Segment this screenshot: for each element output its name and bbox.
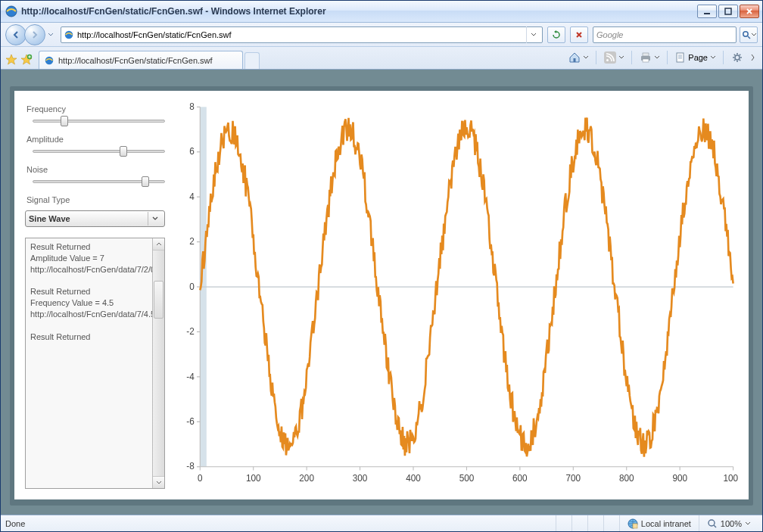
print-button[interactable]: [637, 49, 662, 66]
svg-text:-4: -4: [186, 371, 194, 382]
svg-text:-8: -8: [186, 461, 194, 472]
svg-text:700: 700: [566, 473, 581, 484]
page-menu-label: Page: [688, 53, 708, 62]
svg-text:500: 500: [459, 473, 475, 484]
svg-text:900: 900: [672, 473, 687, 484]
svg-text:-2: -2: [186, 325, 194, 337]
scroll-track[interactable]: [153, 250, 164, 476]
title-bar: http://localhost/FcnGen/static/FcnGen.sw…: [1, 1, 762, 23]
signal-type-combo[interactable]: Sine Wave: [25, 210, 165, 227]
stage-shadow: Frequency Amplitude Noise Signal Type Si…: [10, 86, 753, 506]
svg-rect-8: [574, 58, 576, 62]
svg-text:6: 6: [189, 146, 195, 157]
svg-text:8: 8: [189, 101, 195, 112]
svg-text:800: 800: [619, 473, 634, 484]
address-bar[interactable]: http://localhost/FcnGen/static/FcnGen.sw…: [61, 26, 543, 43]
page-icon: [675, 52, 686, 63]
frequency-label: Frequency: [26, 104, 165, 114]
chevron-menu[interactable]: [749, 49, 758, 66]
tools-menu[interactable]: [728, 49, 746, 66]
log-box: Result Returned Amplitude Value = 7 http…: [25, 238, 165, 489]
svg-text:600: 600: [512, 473, 528, 484]
chevron-right-icon: [750, 51, 756, 64]
command-bar: Page: [565, 49, 758, 66]
svg-text:0: 0: [198, 473, 203, 484]
search-input[interactable]: Google: [593, 26, 737, 43]
frequency-slider-thumb[interactable]: [61, 116, 68, 126]
ie-window: http://localhost/FcnGen/static/FcnGen.sw…: [0, 0, 763, 532]
svg-text:2: 2: [189, 236, 195, 247]
noise-slider[interactable]: [33, 180, 165, 183]
chart-area: -8-6-4-202468010020030040050060070080090…: [173, 101, 738, 489]
signal-type-label: Signal Type: [26, 195, 165, 204]
nav-history-dropdown[interactable]: [45, 24, 56, 45]
stop-button[interactable]: [570, 26, 588, 43]
ie-logo-icon: [5, 5, 17, 17]
content-viewport: Frequency Amplitude Noise Signal Type Si…: [1, 70, 762, 515]
frequency-slider[interactable]: [33, 120, 165, 123]
address-dropdown[interactable]: [526, 26, 540, 43]
active-tab[interactable]: http://localhost/FcnGen/static/FcnGen.sw…: [39, 51, 243, 69]
search-placeholder: Google: [596, 30, 623, 39]
nav-buttons: [5, 24, 56, 45]
chart-svg: -8-6-4-202468010020030040050060070080090…: [173, 101, 738, 489]
status-cell: [603, 515, 619, 531]
noise-slider-thumb[interactable]: [142, 176, 149, 187]
tab-label: http://localhost/FcnGen/static/FcnGen.sw…: [58, 56, 213, 65]
home-icon: [568, 51, 581, 64]
status-cell: [571, 515, 587, 531]
rss-icon: [604, 51, 616, 64]
back-button[interactable]: [5, 24, 26, 45]
tab-page-icon: [44, 55, 54, 66]
svg-rect-13: [643, 59, 649, 62]
scroll-up-button[interactable]: [153, 238, 164, 250]
svg-point-5: [743, 31, 747, 36]
amplitude-slider-thumb[interactable]: [120, 146, 127, 157]
page-menu[interactable]: Page: [672, 49, 718, 66]
close-button[interactable]: [740, 5, 759, 18]
favorites-star-icon[interactable]: [5, 54, 17, 66]
maximize-button[interactable]: [718, 5, 738, 18]
log-scrollbar[interactable]: [152, 238, 164, 488]
amplitude-slider[interactable]: [33, 150, 165, 153]
address-bar-wrap: http://localhost/FcnGen/static/FcnGen.sw…: [61, 26, 543, 43]
status-bar: Done Local intranet 100%: [1, 515, 762, 531]
svg-text:-6: -6: [186, 415, 194, 427]
svg-text:0: 0: [189, 281, 195, 292]
printer-icon: [640, 51, 652, 64]
controls-panel: Frequency Amplitude Noise Signal Type Si…: [25, 101, 165, 489]
add-favorites-icon[interactable]: [20, 54, 33, 66]
svg-text:1000: 1000: [724, 473, 738, 484]
gear-icon: [731, 51, 743, 64]
zoom-value: 100%: [721, 519, 742, 528]
zoom-control[interactable]: 100%: [699, 515, 758, 531]
minimize-button[interactable]: [697, 5, 717, 18]
security-zone-label: Local intranet: [641, 519, 691, 528]
status-cell: [556, 515, 571, 531]
scroll-thumb[interactable]: [154, 281, 164, 319]
svg-point-10: [606, 59, 609, 61]
tab-row: http://localhost/FcnGen/static/FcnGen.sw…: [1, 47, 762, 70]
page-icon: [64, 30, 74, 40]
svg-rect-12: [643, 53, 649, 56]
scroll-down-button[interactable]: [153, 476, 164, 488]
svg-text:400: 400: [406, 473, 421, 484]
signal-type-value: Sine Wave: [29, 214, 148, 223]
combo-dropdown-button[interactable]: [148, 212, 161, 226]
home-button[interactable]: [565, 49, 591, 66]
svg-point-62: [708, 520, 715, 526]
app-stage: Frequency Amplitude Noise Signal Type Si…: [14, 91, 749, 499]
new-tab-button[interactable]: [244, 52, 260, 69]
svg-rect-2: [704, 13, 710, 14]
refresh-button[interactable]: [547, 26, 565, 43]
svg-rect-3: [725, 8, 731, 14]
security-zone[interactable]: Local intranet: [619, 515, 699, 531]
forward-button[interactable]: [24, 24, 45, 45]
window-controls: [697, 5, 759, 18]
amplitude-label: Amplitude: [26, 135, 165, 144]
feeds-button[interactable]: [601, 49, 627, 66]
search-wrap: Google: [593, 26, 758, 43]
log-text: Result Returned Amplitude Value = 7 http…: [26, 238, 152, 488]
search-button[interactable]: [740, 26, 758, 43]
svg-text:300: 300: [353, 473, 368, 484]
